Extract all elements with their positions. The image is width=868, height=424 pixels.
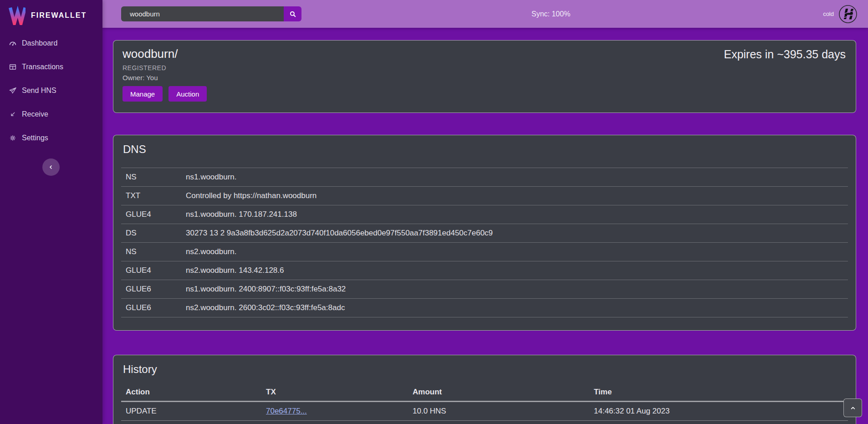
wallet-account[interactable]: cold <box>823 4 868 24</box>
history-card: History Action TX Amount Time UPDATE 70e… <box>113 355 856 424</box>
domain-expiry: Expires in ~395.35 days <box>724 48 846 61</box>
column-header-action: Action <box>121 388 261 397</box>
dns-record-row: DS 30273 13 2 9a3a8fb3d625d2a2073d740f10… <box>121 224 848 242</box>
dns-record-value: ns2.woodburn. 143.42.128.6 <box>186 266 284 275</box>
dashboard-icon <box>9 39 17 47</box>
wallet-name: cold <box>823 10 834 17</box>
receive-icon <box>9 110 17 118</box>
dns-record-type: GLUE4 <box>121 266 186 275</box>
sidebar-nav: Dashboard Transactions Send HNS <box>0 31 102 150</box>
dns-record-row: NS ns1.woodburn. <box>121 168 848 186</box>
sidebar-item-send-hns[interactable]: Send HNS <box>0 79 102 102</box>
brand-name: FIREWALLET <box>31 11 87 20</box>
main-area: Sync: 100% cold <box>102 0 868 424</box>
domain-status-badge: REGISTERED <box>123 64 847 72</box>
dns-record-row: GLUE4 ns1.woodburn. 170.187.241.138 <box>121 205 848 224</box>
dns-record-value: ns2.woodburn. <box>186 247 237 256</box>
dns-record-type: GLUE6 <box>121 285 186 294</box>
sidebar-collapse-button[interactable] <box>42 158 60 176</box>
scroll-to-top-button[interactable] <box>843 398 862 417</box>
sidebar-item-settings[interactable]: Settings <box>0 126 102 150</box>
dns-record-value: 30273 13 2 9a3a8fb3d625d2a2073d740f10da6… <box>186 229 493 238</box>
auction-button[interactable]: Auction <box>168 86 207 102</box>
app-window: FIREWALLET Dashboard <box>0 0 868 424</box>
content: woodburn/ REGISTERED Owner: You Manage A… <box>102 28 868 424</box>
search-input[interactable] <box>121 6 284 21</box>
column-header-tx: TX <box>261 388 408 397</box>
history-row: UPDATE 70e64775... 10.0 HNS 14:46:32 01 … <box>121 402 848 420</box>
sidebar-item-label: Receive <box>22 110 48 118</box>
dns-record-type: NS <box>121 173 186 182</box>
domain-card: woodburn/ REGISTERED Owner: You Manage A… <box>113 40 856 113</box>
history-header-row: Action TX Amount Time <box>121 383 848 402</box>
history-table: Action TX Amount Time UPDATE 70e64775...… <box>121 383 848 424</box>
dns-record-type: DS <box>121 229 186 238</box>
dns-record-value: ns1.woodburn. 2400:8907::f03c:93ff:fe5a:… <box>186 285 346 294</box>
dns-record-type: GLUE4 <box>121 210 186 219</box>
sidebar-item-receive[interactable]: Receive <box>0 102 102 126</box>
dns-record-value: ns1.woodburn. 170.187.241.138 <box>186 210 297 219</box>
dns-record-type: GLUE6 <box>121 303 186 312</box>
history-action: UPDATE <box>121 407 261 416</box>
column-header-amount: Amount <box>408 388 589 397</box>
dns-table: NS ns1.woodburn. TXT Controlled by https… <box>121 168 848 317</box>
dns-record-value: ns2.woodburn. 2600:3c02::f03c:93ff:fe5a:… <box>186 303 345 312</box>
dns-record-row: GLUE4 ns2.woodburn. 143.42.128.6 <box>121 261 848 280</box>
dns-card: DNS NS ns1.woodburn. TXT Controlled by h… <box>113 135 856 331</box>
dns-record-value: ns1.woodburn. <box>186 173 237 182</box>
dns-record-row: GLUE6 ns1.woodburn. 2400:8907::f03c:93ff… <box>121 280 848 298</box>
history-card-title: History <box>123 363 848 376</box>
send-icon <box>9 87 17 95</box>
settings-icon <box>9 134 17 142</box>
history-amount: 10.0 HNS <box>408 407 589 416</box>
sync-status: Sync: 100% <box>531 10 570 18</box>
sidebar-item-label: Dashboard <box>22 39 57 47</box>
tx-link[interactable]: 70e64775... <box>266 407 307 415</box>
transactions-icon <box>9 63 17 71</box>
search-icon <box>289 10 297 18</box>
chevron-up-icon <box>849 404 857 412</box>
manage-button[interactable]: Manage <box>123 86 163 102</box>
sidebar-item-label: Settings <box>22 134 48 142</box>
sidebar-item-transactions[interactable]: Transactions <box>0 55 102 79</box>
chevron-left-icon <box>47 163 55 171</box>
brand: FIREWALLET <box>0 0 102 26</box>
dns-record-row: NS ns2.woodburn. <box>121 242 848 261</box>
dns-record-row: GLUE6 ns2.woodburn. 2600:3c02::f03c:93ff… <box>121 298 848 317</box>
handshake-logo-icon <box>838 4 858 24</box>
firewallet-logo-icon <box>8 6 26 25</box>
history-row: RENEW d7b4c4... 10.0 HNS 15:47:36 07 Jul… <box>121 420 848 424</box>
dns-record-type: NS <box>121 247 186 256</box>
search-group <box>121 6 301 21</box>
dns-card-title: DNS <box>123 143 848 156</box>
dns-record-row: TXT Controlled by https://nathan.woodbur… <box>121 186 848 205</box>
topbar: Sync: 100% cold <box>102 0 868 28</box>
search-button[interactable] <box>284 6 301 21</box>
sidebar-item-dashboard[interactable]: Dashboard <box>0 31 102 55</box>
sidebar-item-label: Send HNS <box>22 87 56 95</box>
history-time: 14:46:32 01 Aug 2023 <box>589 407 848 416</box>
dns-record-type: TXT <box>121 191 186 200</box>
domain-actions: Manage Auction <box>123 86 847 102</box>
domain-owner: Owner: You <box>123 74 847 82</box>
column-header-time: Time <box>589 388 848 397</box>
dns-record-value: Controlled by https://nathan.woodburn <box>186 191 317 200</box>
sidebar-item-label: Transactions <box>22 63 63 71</box>
history-tx: 70e64775... <box>261 407 408 416</box>
sidebar: FIREWALLET Dashboard <box>0 0 102 424</box>
